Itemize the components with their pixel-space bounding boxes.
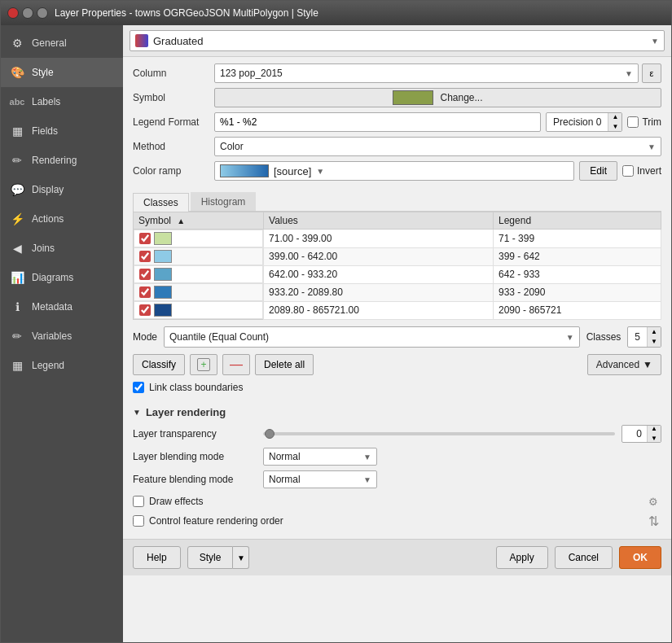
- style-arrow-button[interactable]: ▼: [233, 546, 249, 569]
- sidebar-item-actions[interactable]: ⚡ Actions: [1, 204, 123, 234]
- feature-blend-row: Feature blending mode Normal ▼: [133, 470, 661, 488]
- layer-rendering-header[interactable]: ▼ Layer rendering: [133, 406, 661, 418]
- precision-down-button[interactable]: ▼: [608, 122, 621, 132]
- color-swatch-2: [154, 268, 172, 281]
- maximize-button[interactable]: [37, 7, 48, 19]
- classes-up-button[interactable]: ▲: [648, 327, 661, 337]
- sidebar-label-legend: Legend: [32, 360, 64, 371]
- method-select[interactable]: Color ▼: [214, 137, 661, 156]
- delete-all-button[interactable]: Delete all: [255, 354, 314, 375]
- draw-effects-settings-icon[interactable]: ⚙: [645, 493, 661, 510]
- transparency-slider[interactable]: [263, 432, 615, 435]
- tab-histogram[interactable]: Histogram: [191, 192, 257, 211]
- mode-label: Mode: [133, 331, 157, 343]
- precision-up-button[interactable]: ▲: [608, 112, 621, 122]
- color-ramp-edit-button[interactable]: Edit: [579, 161, 617, 181]
- ok-label: OK: [633, 552, 648, 563]
- sidebar-item-style[interactable]: 🎨 Style: [1, 58, 123, 87]
- general-icon: ⚙: [9, 35, 25, 51]
- sidebar-item-rendering[interactable]: ✏ Rendering: [1, 146, 123, 175]
- link-boundaries-label: Link class boundaries: [149, 382, 243, 393]
- style-type-select[interactable]: Graduated ▼: [130, 30, 665, 51]
- tabs-area: Classes Histogram: [123, 192, 671, 212]
- sidebar-item-general[interactable]: ⚙ General: [1, 28, 123, 58]
- column-value: 123 pop_2015: [220, 68, 283, 79]
- minimize-button[interactable]: [22, 7, 33, 19]
- sidebar-item-metadata[interactable]: ℹ Metadata: [1, 292, 123, 322]
- layer-blend-value: Normal: [269, 451, 301, 462]
- remove-class-button[interactable]: —: [222, 354, 250, 375]
- color-ramp-select[interactable]: [source] ▼: [214, 161, 574, 181]
- mode-select[interactable]: Quantile (Equal Count) ▼: [164, 326, 580, 348]
- draw-effects-checkbox[interactable]: [133, 496, 144, 507]
- feature-blend-label: Feature blending mode: [133, 474, 263, 485]
- col-symbol[interactable]: Symbol ▲: [134, 212, 264, 230]
- title-bar: Layer Properties - towns OGRGeoJSON Mult…: [1, 1, 671, 25]
- link-boundaries-checkbox[interactable]: [133, 382, 144, 393]
- sidebar-item-legend[interactable]: ▦ Legend: [1, 351, 123, 380]
- row-checkbox-3[interactable]: [139, 287, 151, 298]
- slider-thumb: [265, 429, 275, 439]
- sidebar: ⚙ General 🎨 Style abc Labels ▦ Fields ✏ …: [1, 25, 123, 642]
- symbol-row: Symbol Change...: [133, 88, 661, 107]
- control-rendering-sort-icon[interactable]: ⇅: [645, 513, 661, 529]
- expression-button[interactable]: ε: [642, 63, 661, 83]
- col-values[interactable]: Values: [264, 212, 494, 230]
- invert-label[interactable]: Invert: [622, 165, 661, 177]
- row-legend-3: 933 - 2090: [494, 283, 661, 301]
- trim-checkbox[interactable]: [627, 116, 639, 128]
- control-rendering-checkbox[interactable]: [133, 515, 144, 527]
- advanced-dropdown[interactable]: Advanced ▼: [587, 354, 661, 375]
- sidebar-item-joins[interactable]: ◀ Joins: [1, 234, 123, 263]
- classes-table: Symbol ▲ Values Legend: [133, 212, 661, 320]
- classify-button[interactable]: Classify: [133, 354, 185, 375]
- sidebar-label-style: Style: [32, 67, 54, 78]
- control-rendering-label: Control feature rendering order: [149, 515, 283, 527]
- classes-down-button[interactable]: ▼: [648, 337, 661, 347]
- layer-blend-arrow-icon: ▼: [363, 453, 371, 461]
- transparency-up-button[interactable]: ▲: [648, 425, 661, 434]
- column-select[interactable]: 123 pop_2015 ▼: [214, 63, 639, 83]
- cancel-button[interactable]: Cancel: [555, 546, 613, 569]
- sidebar-item-diagrams[interactable]: 📊 Diagrams: [1, 263, 123, 292]
- sidebar-item-display[interactable]: 💬 Display: [1, 175, 123, 204]
- classes-count-label: Classes: [586, 331, 621, 343]
- sidebar-item-variables[interactable]: ✏ Variables: [1, 322, 123, 351]
- feature-blend-value: Normal: [269, 474, 301, 485]
- col-legend[interactable]: Legend: [494, 212, 661, 230]
- add-class-button[interactable]: +: [190, 354, 217, 375]
- sidebar-label-general: General: [32, 37, 67, 49]
- legend-format-input[interactable]: [214, 112, 541, 132]
- style-icon: 🎨: [9, 64, 25, 81]
- sidebar-label-labels: Labels: [32, 96, 60, 107]
- symbol-change-button[interactable]: Change...: [214, 88, 661, 107]
- transparency-down-button[interactable]: ▼: [648, 434, 661, 443]
- labels-icon: abc: [9, 94, 25, 110]
- row-checkbox-0[interactable]: [139, 233, 151, 244]
- row-checkbox-2[interactable]: [139, 269, 151, 280]
- section-collapse-icon: ▼: [133, 408, 141, 417]
- sidebar-label-joins: Joins: [32, 243, 55, 254]
- apply-button[interactable]: Apply: [496, 546, 548, 569]
- legend-icon: ▦: [9, 357, 25, 374]
- layer-blend-select[interactable]: Normal ▼: [263, 448, 377, 466]
- sidebar-item-labels[interactable]: abc Labels: [1, 87, 123, 116]
- tab-classes[interactable]: Classes: [133, 193, 189, 212]
- row-legend-2: 642 - 933: [494, 265, 661, 283]
- close-button[interactable]: [7, 7, 19, 19]
- trim-checkbox-label[interactable]: Trim: [627, 116, 661, 128]
- symbol-change-label: Change...: [440, 92, 482, 103]
- color-ramp-row: Color ramp [source] ▼ Edit Invert: [133, 161, 661, 181]
- invert-checkbox[interactable]: [622, 165, 634, 177]
- ok-button[interactable]: OK: [619, 546, 661, 569]
- column-label: Column: [133, 68, 214, 79]
- help-button[interactable]: Help: [133, 546, 181, 569]
- row-checkbox-4[interactable]: [139, 304, 151, 316]
- row-checkbox-1[interactable]: [139, 251, 151, 262]
- window-controls[interactable]: [7, 7, 48, 19]
- invert-text: Invert: [637, 165, 661, 177]
- style-main-button[interactable]: Style: [187, 546, 234, 569]
- add-icon: +: [197, 358, 210, 371]
- feature-blend-select[interactable]: Normal ▼: [263, 470, 377, 488]
- sidebar-item-fields[interactable]: ▦ Fields: [1, 116, 123, 146]
